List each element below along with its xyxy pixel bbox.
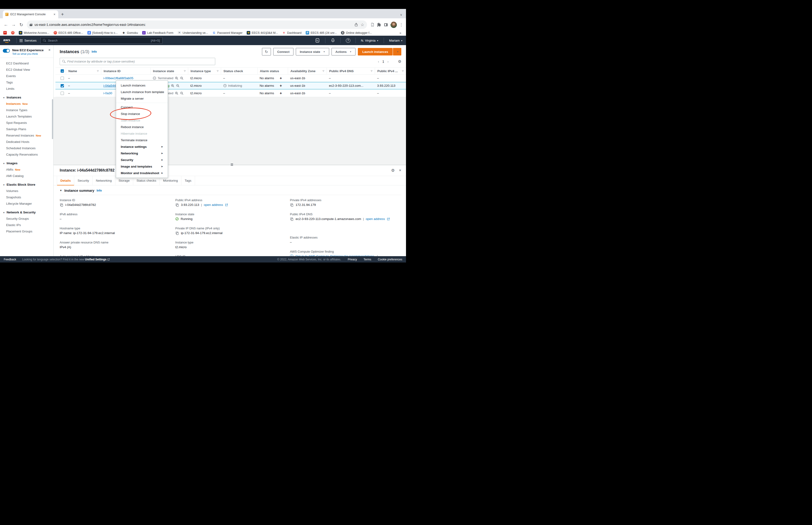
sidebar-item-launch-templates[interactable]: Launch Templates	[0, 113, 53, 120]
menu-item-networking[interactable]: Networking▶	[116, 150, 168, 156]
aws-search-bar[interactable]: Search [Alt+S]	[41, 37, 163, 44]
select-all-checkbox[interactable]	[61, 69, 64, 73]
bookmark-item[interactable]: SOnline debugger f...	[341, 31, 372, 34]
sidebar-item-placement-groups[interactable]: Placement Groups	[0, 228, 53, 235]
sidebar-item-amis[interactable]: AMIsNew	[0, 166, 53, 173]
zoom-in-icon[interactable]	[171, 84, 174, 88]
bookmark-item[interactable]: ⚑Understanding ve...	[178, 31, 208, 34]
bookmark-item[interactable]: MEECS 441§3&4 M...	[247, 31, 278, 34]
add-alarm-icon[interactable]: +	[280, 84, 282, 88]
menu-item-terminate-instance[interactable]: Terminate instance	[116, 137, 168, 144]
sidebar-section-instances[interactable]: ▼Instances	[0, 94, 53, 101]
details-close-icon[interactable]: ×	[399, 168, 401, 173]
opt-in-link[interactable]: Opt-in to AWS Compute Optimizer for reco…	[295, 255, 375, 256]
menu-item-monitor-and-troubleshoot[interactable]: Monitor and troubleshoot▶	[116, 170, 168, 176]
menu-item-instance-settings[interactable]: Instance settings▶	[116, 144, 168, 150]
menu-item-image-and-templates[interactable]: Image and templates▶	[116, 163, 168, 170]
share-icon[interactable]	[354, 22, 358, 27]
close-icon[interactable]: ×	[48, 48, 50, 52]
menu-item-security[interactable]: Security▶	[116, 156, 168, 163]
bookmarks-overflow-icon[interactable]: »	[399, 31, 401, 35]
bookmark-item[interactable]: A[Solved]-How to c...	[88, 31, 118, 34]
connect-button[interactable]: Connect	[273, 48, 293, 56]
privacy-link[interactable]: Privacy	[348, 258, 357, 261]
new-experience-toggle[interactable]	[3, 49, 10, 52]
copy-icon[interactable]	[175, 231, 179, 235]
table-row[interactable]: – i-0a30 Terminated t2.micro – No alarms…	[56, 90, 406, 97]
sidebar-item-capacity-reservations[interactable]: Capacity Reservations	[0, 151, 53, 158]
menu-item-reboot-instance[interactable]: Reboot instance	[116, 124, 168, 130]
zoom-in-icon[interactable]	[175, 76, 179, 80]
url-bar[interactable]: us-east-1.console.aws.amazon.com/ec2/hom…	[27, 20, 367, 29]
bookmark-item[interactable]	[3, 31, 7, 34]
open-address-link[interactable]: open address	[204, 203, 223, 207]
url-text[interactable]: us-east-1.console.aws.amazon.com/ec2/hom…	[34, 23, 352, 27]
bookmark-item[interactable]: MWolverine Access...	[19, 31, 49, 34]
sidebar-item-volumes[interactable]: Volumes	[0, 188, 53, 194]
table-settings-gear-icon[interactable]: ⚙	[398, 59, 401, 64]
copy-icon[interactable]	[60, 203, 63, 207]
feedback-link[interactable]: Feedback	[4, 258, 16, 261]
sidebar-item-scheduled-instances[interactable]: Scheduled Instances	[0, 145, 53, 151]
bookmark-star-icon[interactable]: ☆	[361, 22, 364, 27]
launch-instances-button[interactable]: Launch instances	[358, 48, 393, 56]
sidebar-item-security-groups[interactable]: Security Groups	[0, 215, 53, 222]
tab-close-icon[interactable]: ×	[53, 13, 56, 16]
bookmark-item[interactable]: ❖Gomoku	[122, 31, 138, 34]
menu-item-connect[interactable]: Connect	[116, 104, 168, 110]
sidebar-item-ec2-dashboard[interactable]: EC2 Dashboard	[0, 60, 53, 66]
sidebar-section-network-security[interactable]: ▼Network & Security	[0, 209, 53, 215]
back-icon[interactable]: ←	[3, 21, 9, 28]
sidebar-item-dedicated-hosts[interactable]: Dedicated Hosts	[0, 139, 53, 145]
copy-icon[interactable]	[290, 217, 294, 221]
aws-logo[interactable]: aws	[3, 38, 10, 43]
filter-icon[interactable]: ▽	[402, 70, 404, 72]
sidebar-item-spot-requests[interactable]: Spot Requests	[0, 120, 53, 126]
table-row-selected[interactable]: – i-04a544d2786fc8782 Running t2.micro I…	[56, 82, 406, 90]
unified-settings-link[interactable]: Unified Settings	[85, 258, 106, 261]
copy-icon[interactable]	[290, 203, 294, 207]
region-selector[interactable]: N. Virginia▼	[361, 39, 379, 42]
sidebar-item-instance-types[interactable]: Instance Types	[0, 107, 53, 113]
cookie-preferences-link[interactable]: Cookie preferences	[378, 258, 402, 261]
reload-icon[interactable]: ↻	[18, 21, 25, 28]
tab-networking[interactable]: Networking	[93, 176, 116, 185]
bookmark-item[interactable]: GPassword Manager	[212, 31, 243, 34]
tab-security[interactable]: Security	[74, 176, 93, 185]
bookmark-item[interactable]	[11, 31, 15, 34]
menu-item-launch-instances[interactable]: Launch instances	[116, 82, 168, 89]
chrome-menu-icon[interactable]: ⋮	[399, 22, 403, 27]
sidebar-item-ami-catalog[interactable]: AMI Catalog	[0, 173, 53, 179]
tell-us-link[interactable]: Tell us what you think	[12, 52, 44, 55]
info-link[interactable]: Info	[92, 50, 97, 53]
row-checkbox-checked[interactable]	[61, 84, 64, 87]
sidebar-item-limits[interactable]: Limits	[0, 86, 53, 92]
filter-icon[interactable]: ▽	[371, 70, 372, 72]
sidebar-item-events[interactable]: Events	[0, 73, 53, 79]
forward-icon[interactable]: →	[11, 21, 17, 28]
filter-input[interactable]	[67, 60, 213, 63]
tab-details[interactable]: Details	[57, 176, 74, 185]
next-page-icon[interactable]: ›	[387, 60, 388, 63]
info-link[interactable]: Info	[96, 189, 102, 192]
refresh-button[interactable]: ↻	[262, 48, 271, 56]
instance-state-button[interactable]: Instance state▼	[296, 48, 329, 56]
menu-item-stop-instance[interactable]: Stop instance	[116, 110, 168, 117]
sidebar-section-ebs[interactable]: ▼Elastic Block Store	[0, 181, 53, 188]
bookmark-item[interactable]: PEECS 485 (24 unr...	[306, 31, 337, 34]
sidebar-item-elastic-ips[interactable]: Elastic IPs	[0, 222, 53, 228]
filter-icon[interactable]: ▽	[217, 70, 218, 72]
actions-button[interactable]: Actions▼	[332, 48, 356, 56]
zoom-out-icon[interactable]	[180, 91, 184, 95]
menu-item-migrate-server[interactable]: Migrate a server	[116, 95, 168, 102]
table-row[interactable]: – i-00bee1f6a66f3ab05 Terminated t2.micr…	[56, 75, 406, 82]
zoom-in-icon[interactable]	[175, 91, 179, 95]
menu-item-launch-from-template[interactable]: Launch instance from template	[116, 89, 168, 95]
tab-tags[interactable]: Tags	[181, 176, 195, 185]
services-menu[interactable]: Services	[19, 39, 37, 42]
zoom-out-icon[interactable]	[176, 84, 180, 88]
sidebar-item-instances[interactable]: InstancesNew	[0, 101, 53, 107]
profile-avatar[interactable]	[390, 21, 397, 28]
cloudshell-icon[interactable]	[315, 38, 320, 43]
row-checkbox[interactable]	[61, 92, 64, 95]
